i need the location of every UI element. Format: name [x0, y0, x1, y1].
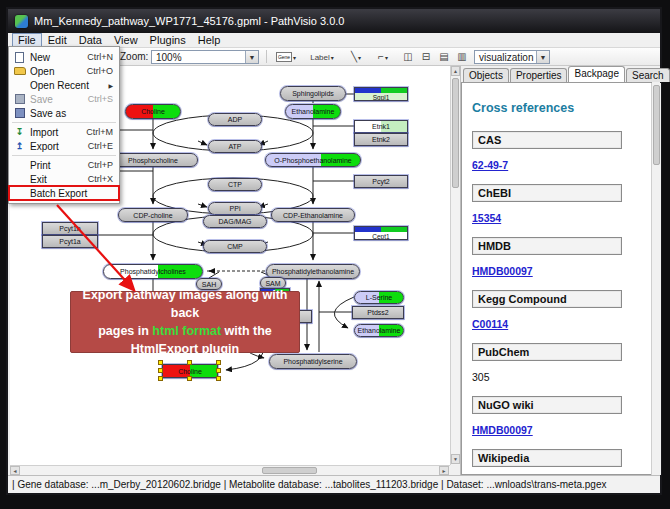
- xref-link[interactable]: HMDB00097: [472, 265, 533, 277]
- connector-tool-button[interactable]: ⌐ ▾: [371, 50, 395, 64]
- node-gene[interactable]: Pcyt1a: [42, 235, 98, 248]
- node-gene[interactable]: Etnk1: [354, 120, 408, 133]
- selection-handle[interactable]: [216, 368, 221, 373]
- stack-vertical-button[interactable]: ▤: [436, 50, 452, 64]
- combo-arrow-icon[interactable]: ▼: [245, 51, 258, 63]
- node-metabolite[interactable]: O-Phosphoethanolamine: [265, 153, 361, 167]
- node-gene[interactable]: Pcyt1b: [42, 222, 98, 235]
- save-as-icon: [13, 108, 26, 119]
- callout-line2: pages in html format with the: [98, 322, 272, 340]
- selection-handle[interactable]: [158, 376, 163, 381]
- node-metabolite[interactable]: Phosphatidylcholines: [103, 264, 203, 279]
- menu-help[interactable]: Help: [192, 33, 227, 47]
- menu-view[interactable]: View: [108, 33, 144, 47]
- align-horizontal-button[interactable]: ◫: [400, 50, 416, 64]
- selection-handle[interactable]: [158, 368, 163, 373]
- scroll-up-icon[interactable]: ▲: [451, 66, 460, 76]
- node-metabolite[interactable]: PPi: [208, 202, 262, 215]
- save-icon: [13, 94, 26, 105]
- tab-backpage[interactable]: Backpage: [568, 66, 624, 82]
- xref-section-cas: CAS 62-49-7: [472, 131, 643, 173]
- file-menu: New Ctrl+N Open Ctrl+O Open Recent ▶ Sav…: [8, 46, 120, 204]
- menu-edit[interactable]: Edit: [42, 33, 73, 47]
- node-metabolite[interactable]: Ethanolamine: [285, 104, 341, 119]
- xref-section-pubchem: PubChem 305: [472, 343, 643, 385]
- xref-link[interactable]: 15354: [472, 212, 501, 224]
- xref-link[interactable]: HMDB00097: [472, 424, 533, 436]
- xref-title: NuGO wiki: [472, 396, 622, 414]
- node-metabolite[interactable]: ADP: [208, 113, 262, 126]
- node-metabolite[interactable]: CDP-Ethanolamine: [271, 208, 355, 222]
- callout-highlight: html format: [152, 324, 221, 338]
- cross-references-heading: Cross references: [472, 101, 643, 115]
- selection-handle[interactable]: [216, 360, 221, 365]
- line-tool-button[interactable]: ╲ ▾: [344, 50, 368, 64]
- node-metabolite[interactable]: Ethanolamine: [354, 324, 404, 337]
- menu-item-save: Save Ctrl+S: [9, 92, 119, 106]
- zoom-combobox[interactable]: 100% ▼: [151, 50, 259, 64]
- node-gene[interactable]: Cept1: [354, 226, 408, 240]
- pathvisio-app-icon: [15, 15, 28, 28]
- node-metabolite[interactable]: Sphingolipids: [280, 86, 346, 101]
- combo-arrow-icon[interactable]: ▼: [536, 51, 549, 63]
- selection-handle[interactable]: [158, 360, 163, 365]
- selection-handle[interactable]: [187, 360, 192, 365]
- node-gene[interactable]: Sgpl1: [354, 87, 408, 101]
- menu-file[interactable]: File: [12, 33, 42, 47]
- open-folder-icon: [13, 66, 26, 77]
- node-metabolite[interactable]: CDP-choline: [118, 208, 188, 222]
- node-metabolite[interactable]: Choline: [125, 104, 181, 119]
- canvas-vertical-scrollbar[interactable]: ▲ ▼: [450, 66, 460, 465]
- panel-scrollbar[interactable]: [651, 83, 661, 475]
- selection-handle[interactable]: [216, 376, 221, 381]
- status-text: | Gene database: ...m_Derby_20120602.bri…: [12, 479, 606, 490]
- menu-item-import[interactable]: ↧ Import Ctrl+M: [9, 125, 119, 139]
- menu-plugins[interactable]: Plugins: [144, 33, 192, 47]
- scroll-thumb[interactable]: [653, 85, 660, 165]
- xref-link[interactable]: 62-49-7: [472, 159, 508, 171]
- scroll-thumb[interactable]: [262, 467, 317, 474]
- node-metabolite[interactable]: Phosphatidylserine: [269, 354, 357, 369]
- node-metabolite[interactable]: CMP: [203, 240, 267, 253]
- title-bar[interactable]: Mm_Kennedy_pathway_WP1771_45176.gpml - P…: [8, 9, 660, 33]
- node-gene[interactable]: Ptdss2: [352, 306, 404, 319]
- dropdown-arrow-icon: ▾: [331, 54, 334, 61]
- menu-item-new[interactable]: New Ctrl+N: [9, 50, 119, 64]
- menu-item-open-recent[interactable]: Open Recent ▶: [9, 78, 119, 92]
- tab-objects[interactable]: Objects: [463, 68, 509, 82]
- node-metabolite[interactable]: Phosphocholine: [108, 153, 198, 167]
- menu-item-export[interactable]: ↥ Export Ctrl+E: [9, 139, 119, 153]
- menu-separator: [12, 155, 116, 156]
- scroll-left-icon[interactable]: ◄: [10, 466, 20, 475]
- visualization-combobox[interactable]: visualization ▼: [474, 50, 550, 64]
- dropdown-arrow-icon: ▾: [385, 54, 388, 61]
- node-metabolite[interactable]: CTP: [208, 178, 262, 191]
- node-metabolite[interactable]: L-Serine: [354, 291, 404, 304]
- gene-tool-button[interactable]: Gene ▾: [271, 50, 301, 64]
- canvas-horizontal-scrollbar[interactable]: ◄ ►: [10, 465, 450, 475]
- scroll-down-icon[interactable]: ▼: [451, 454, 460, 464]
- node-gene[interactable]: Etnk2: [354, 133, 408, 146]
- menu-item-batch-export[interactable]: Batch Export: [9, 186, 119, 200]
- align-vertical-button[interactable]: ⊟: [418, 50, 434, 64]
- xref-title: Wikipedia: [472, 449, 622, 467]
- import-icon: ↧: [13, 127, 26, 138]
- label-tool-button[interactable]: Label ▾: [304, 50, 340, 64]
- menu-item-open[interactable]: Open Ctrl+O: [9, 64, 119, 78]
- tab-properties[interactable]: Properties: [510, 68, 568, 82]
- node-metabolite[interactable]: ATP: [208, 140, 262, 153]
- xref-link[interactable]: C00114: [472, 318, 508, 330]
- scroll-right-icon[interactable]: ►: [439, 466, 449, 475]
- xref-title: Kegg Compound: [472, 290, 622, 308]
- node-metabolite[interactable]: DAG/MAG: [203, 215, 267, 228]
- menu-item-print[interactable]: Print Ctrl+P: [9, 158, 119, 172]
- menu-item-exit[interactable]: Exit Ctrl+X: [9, 172, 119, 186]
- tab-search[interactable]: Search: [626, 68, 670, 82]
- menu-item-save-as[interactable]: Save as: [9, 106, 119, 120]
- stack-horizontal-button[interactable]: ▥: [454, 50, 470, 64]
- node-gene[interactable]: Pcyt2: [354, 175, 408, 188]
- scroll-thumb[interactable]: [452, 78, 459, 188]
- xref-section-nugo: NuGO wiki HMDB00097: [472, 396, 643, 438]
- menu-data[interactable]: Data: [73, 33, 108, 47]
- selection-handle[interactable]: [187, 376, 192, 381]
